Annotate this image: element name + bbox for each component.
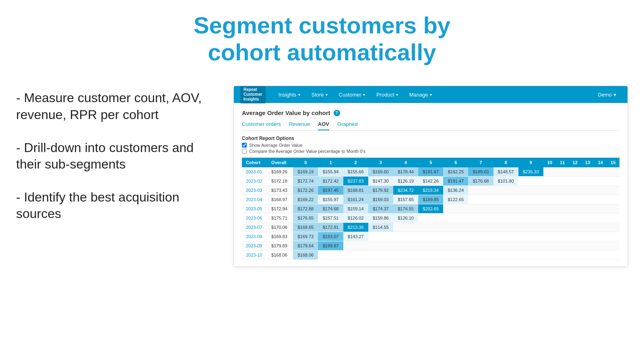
month-cell <box>493 195 518 204</box>
month-cell: $172.88 <box>293 204 318 214</box>
month-cell <box>493 241 518 251</box>
nav-bar: Repeat Customer Insights Insights ▾ Stor… <box>234 86 627 103</box>
month-cell <box>468 204 493 214</box>
bullet-1: - Measure customer count, AOV, revenue, … <box>16 90 209 123</box>
month-cell: $198.87 <box>318 241 343 251</box>
month-cell: $169.73 <box>293 232 318 241</box>
month-cell <box>418 214 443 223</box>
month-cell <box>518 195 543 204</box>
month-cell <box>569 223 581 232</box>
cohort-cell[interactable]: 2023-07 <box>242 223 268 232</box>
tab-graphed[interactable]: Graphed <box>337 121 358 130</box>
month-cell: $148.57 <box>493 167 518 177</box>
month-cell <box>569 177 581 186</box>
nav-product[interactable]: Product ▾ <box>372 89 403 100</box>
month-cell: $234.72 <box>393 186 418 195</box>
nav-brand: Repeat Customer Insights <box>240 86 266 103</box>
content-area: - Measure customer count, AOV, revenue, … <box>16 86 628 267</box>
month-cell <box>543 204 556 214</box>
month-cell <box>556 232 568 241</box>
nav-demo[interactable]: Demo ▾ <box>593 89 621 100</box>
cohort-cell[interactable]: 2023-06 <box>242 214 268 223</box>
month-cell <box>493 214 518 223</box>
month-cell <box>581 186 594 195</box>
tabs-row: Customer orders Revenue AOV Graphed <box>242 121 619 131</box>
month-cell <box>543 251 556 260</box>
month-cell: $126.02 <box>343 214 368 223</box>
month-cell <box>443 214 468 223</box>
month-cell <box>556 195 568 204</box>
tab-customer-orders[interactable]: Customer orders <box>242 121 281 130</box>
month-cell <box>468 251 493 260</box>
month-cell <box>468 223 493 232</box>
table-header-14: 14 <box>594 158 607 167</box>
cohort-cell[interactable]: 2023-01 <box>242 167 268 177</box>
cohort-cell[interactable]: 2023-03 <box>242 186 268 195</box>
cohort-cell[interactable]: 2023-02 <box>242 177 268 186</box>
show-aov-checkbox[interactable] <box>242 143 247 148</box>
month-cell <box>607 232 619 241</box>
nav-insights[interactable]: Insights ▾ <box>274 89 305 100</box>
month-cell <box>556 167 568 177</box>
month-cell <box>607 195 619 204</box>
month-cell <box>556 241 568 251</box>
month-cell: $159.86 <box>368 214 393 223</box>
month-cell: $169.19 <box>293 167 318 177</box>
table-row: 2023-07$170.06$169.65$172.81$213.36$114.… <box>242 223 619 232</box>
month-cell <box>368 232 393 241</box>
month-cell <box>607 251 619 260</box>
month-cell <box>543 232 556 241</box>
compare-aov-checkbox[interactable] <box>242 149 247 154</box>
tab-aov[interactable]: AOV <box>318 121 329 130</box>
nav-items: Insights ▾ Store ▾ Customer ▾ Product ▾ <box>274 89 437 100</box>
month-cell: $237.83 <box>343 177 368 186</box>
overall-cell: $168.06 <box>268 251 293 260</box>
page-container: Segment customers bycohort automatically… <box>0 0 644 362</box>
month-cell <box>594 167 607 177</box>
month-cell: $169.60 <box>368 167 393 177</box>
nav-manage[interactable]: Manage ▾ <box>405 89 437 100</box>
month-cell <box>556 251 568 260</box>
month-cell: $172.74 <box>293 177 318 186</box>
month-cell <box>543 241 556 251</box>
month-cell <box>543 214 556 223</box>
table-header-6: 6 <box>443 158 468 167</box>
month-cell: $169.65 <box>293 223 318 232</box>
chevron-down-icon: ▾ <box>430 93 432 97</box>
month-cell <box>393 241 418 251</box>
cohort-cell[interactable]: 2023-09 <box>242 241 268 251</box>
month-cell <box>581 241 594 251</box>
checkbox-row-2: Compare the Average Order Value percenta… <box>242 149 619 154</box>
nav-customer[interactable]: Customer ▾ <box>334 89 370 100</box>
month-cell <box>569 251 581 260</box>
month-cell <box>518 232 543 241</box>
month-cell <box>607 177 619 186</box>
month-cell <box>543 223 556 232</box>
month-cell <box>594 223 607 232</box>
month-cell: $155.66 <box>343 167 368 177</box>
section-title: Average Order Value by cohort ? <box>242 109 619 116</box>
month-cell <box>543 186 556 195</box>
content-panel: Average Order Value by cohort ? Customer… <box>234 103 627 266</box>
overall-cell: $168.97 <box>268 195 293 204</box>
month-cell: $189.85 <box>418 195 443 204</box>
table-row: 2023-03$173.43$172.26$197.45$168.81$179.… <box>242 186 619 195</box>
month-cell <box>569 232 581 241</box>
cohort-cell[interactable]: 2023-10 <box>242 251 268 260</box>
month-cell <box>556 177 568 186</box>
nav-store[interactable]: Store ▾ <box>307 89 332 100</box>
month-cell: $159.14 <box>343 204 368 214</box>
cohort-cell[interactable]: 2023-04 <box>242 195 268 204</box>
page-title: Segment customers bycohort automatically <box>16 12 628 66</box>
cohort-cell[interactable]: 2023-08 <box>242 232 268 241</box>
checkbox1-label: Show Average Order Value <box>249 143 302 148</box>
month-cell: $174.37 <box>368 204 393 214</box>
tab-revenue[interactable]: Revenue <box>289 121 310 130</box>
month-cell <box>318 251 343 260</box>
month-cell <box>493 204 518 214</box>
help-icon[interactable]: ? <box>334 110 340 116</box>
table-row: 2023-04$168.97$169.22$155.97$161.24$169.… <box>242 195 619 204</box>
month-cell <box>594 232 607 241</box>
cohort-cell[interactable]: 2023-05 <box>242 204 268 214</box>
table-header-3: 3 <box>368 158 393 167</box>
